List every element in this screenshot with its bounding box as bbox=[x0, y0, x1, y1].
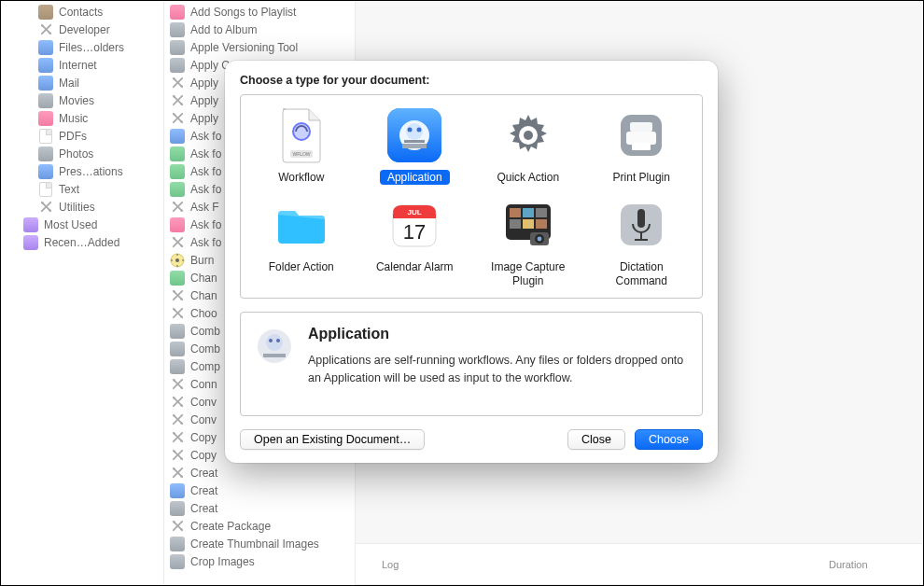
svg-text:17: 17 bbox=[403, 220, 426, 244]
svg-point-78 bbox=[417, 128, 422, 133]
document-type-modal: Choose a type for your document: WFLOW W… bbox=[225, 61, 718, 463]
svg-rect-84 bbox=[630, 122, 652, 132]
close-button[interactable]: Close bbox=[567, 429, 625, 450]
type-option-dictation-command[interactable]: Dictation Command bbox=[585, 190, 699, 290]
calendar-icon: JUL 17 bbox=[385, 196, 443, 254]
choose-button[interactable]: Choose bbox=[635, 429, 703, 450]
type-label: Folder Action bbox=[261, 259, 342, 274]
type-option-folder-action[interactable]: Folder Action bbox=[245, 190, 358, 290]
type-option-quick-action[interactable]: Quick Action bbox=[471, 101, 585, 187]
svg-rect-96 bbox=[510, 219, 521, 229]
automator-app-icon bbox=[254, 326, 295, 367]
automator-app-icon bbox=[385, 106, 443, 164]
type-label: Dictation Command bbox=[600, 259, 682, 288]
svg-text:WFLOW: WFLOW bbox=[292, 151, 310, 157]
type-option-image-capture-plugin[interactable]: Image Capture Plugin bbox=[471, 190, 585, 290]
type-label: Print Plugin bbox=[606, 170, 678, 185]
svg-rect-80 bbox=[404, 140, 425, 143]
svg-rect-97 bbox=[523, 219, 534, 229]
type-option-workflow[interactable]: WFLOW Workflow bbox=[245, 101, 358, 187]
type-description-text: Applications are self-running workflows.… bbox=[308, 352, 689, 387]
type-label: Quick Action bbox=[489, 170, 567, 185]
svg-point-101 bbox=[537, 237, 541, 242]
svg-rect-85 bbox=[626, 132, 656, 145]
modal-title: Choose a type for your document: bbox=[240, 74, 703, 87]
svg-rect-104 bbox=[640, 232, 642, 239]
type-label: Calendar Alarm bbox=[369, 259, 461, 274]
svg-point-77 bbox=[408, 128, 413, 133]
type-label: Image Capture Plugin bbox=[483, 259, 573, 288]
svg-rect-103 bbox=[637, 209, 645, 228]
open-existing-button[interactable]: Open an Existing Document… bbox=[240, 429, 425, 450]
svg-point-109 bbox=[276, 339, 280, 342]
type-label: Workflow bbox=[271, 170, 331, 185]
type-option-calendar-alarm[interactable]: JUL 17 Calendar Alarm bbox=[358, 190, 472, 290]
svg-rect-79 bbox=[402, 144, 427, 148]
image-capture-icon bbox=[499, 196, 557, 254]
type-label: Application bbox=[380, 170, 450, 185]
workflow-file-icon: WFLOW bbox=[273, 106, 330, 164]
svg-rect-94 bbox=[523, 208, 534, 217]
type-option-application[interactable]: Application bbox=[358, 101, 472, 187]
svg-rect-105 bbox=[635, 239, 648, 241]
svg-point-107 bbox=[266, 334, 283, 351]
svg-rect-98 bbox=[536, 219, 547, 229]
folder-icon bbox=[273, 196, 330, 254]
svg-point-108 bbox=[269, 339, 273, 342]
svg-rect-95 bbox=[536, 208, 547, 217]
svg-rect-86 bbox=[632, 143, 651, 150]
type-grid: WFLOW Workflow bbox=[240, 94, 703, 299]
microphone-icon bbox=[612, 196, 670, 254]
type-option-print-plugin[interactable]: Print Plugin bbox=[585, 101, 699, 187]
svg-rect-110 bbox=[263, 354, 286, 357]
svg-point-82 bbox=[524, 131, 533, 140]
type-description-box: Application Applications are self-runnin… bbox=[240, 312, 703, 416]
printer-icon bbox=[612, 106, 670, 164]
svg-rect-93 bbox=[510, 208, 521, 217]
svg-text:JUL: JUL bbox=[408, 208, 422, 216]
type-description-title: Application bbox=[308, 326, 689, 342]
gear-icon bbox=[499, 106, 557, 164]
